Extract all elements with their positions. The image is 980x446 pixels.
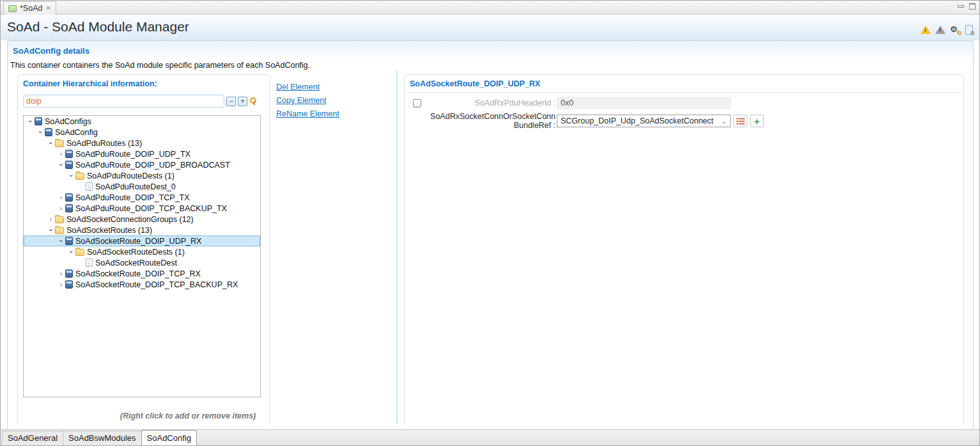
- pdu-header-id-checkbox[interactable]: [413, 99, 421, 108]
- generate-document-icon[interactable]: ⚙: [965, 25, 973, 35]
- folder-icon: [75, 173, 84, 180]
- twisty-expanded-icon[interactable]: ›: [67, 171, 75, 180]
- filter-row: − + ⟳: [23, 95, 265, 108]
- tree-item-label: SoAdConfig: [55, 128, 98, 137]
- tree-item[interactable]: ›SoAdSocketRoute_DOIP_TCP_RX: [24, 268, 260, 279]
- tree-item-label: SoAdSocketRoute_DOIP_TCP_RX: [75, 269, 201, 278]
- twisty-expanded-icon[interactable]: ›: [57, 237, 65, 245]
- editor-tab-bar: *SoAd ✕: [1, 1, 980, 15]
- tree-item[interactable]: ›SoAdPduRoute_DOIP_UDP_TX: [24, 148, 260, 159]
- warning-gray-icon[interactable]: [935, 26, 945, 34]
- refresh-icon[interactable]: ⟳: [248, 97, 259, 106]
- module-icon: [65, 193, 73, 202]
- details-fields: SoAdRxPduHeaderId : 0x0 SoAdRxSocketConn…: [405, 93, 963, 130]
- doc-icon: [86, 259, 93, 267]
- tree-item[interactable]: ›SoAdSocketRoute_DOIP_UDP_RX: [24, 235, 260, 246]
- minimize-icon[interactable]: [958, 5, 964, 8]
- twisty-expanded-icon[interactable]: ›: [47, 226, 55, 234]
- editor-tab-soad[interactable]: *SoAd ✕: [3, 1, 56, 15]
- title-toolbar: ⚙ ↻ ⚙: [921, 24, 973, 35]
- tree-item-label: SoAdSocketRoute_DOIP_TCP_BACKUP_RX: [75, 280, 238, 289]
- twisty-expanded-icon[interactable]: ›: [47, 139, 55, 147]
- tree-item-label: SoAdPduRouteDests (1): [87, 171, 175, 180]
- section-title: SoAdConfig details: [13, 46, 89, 56]
- folder-icon: [55, 216, 64, 223]
- tab-soadgeneral[interactable]: SoAdGeneral: [2, 431, 63, 445]
- twisty-collapsed-icon[interactable]: ›: [47, 215, 55, 223]
- mini-gear-glyph: ⚙: [970, 30, 975, 36]
- tree-item[interactable]: ›SoAdSocketConnectionGroups (12): [24, 214, 260, 225]
- twisty-collapsed-icon[interactable]: ›: [57, 193, 65, 202]
- expand-all-icon[interactable]: +: [238, 97, 247, 106]
- module-icon: [65, 161, 73, 169]
- hierarchy-group-title: Container Hierarchical information:: [18, 75, 269, 91]
- application-window: { "window": { "tab_label": "*SoAd", "tit…: [0, 0, 980, 446]
- plus-icon: +: [754, 116, 760, 126]
- field-row-conn-ref: SoAdRxSocketConnOrSocketConnBundleRef : …: [405, 112, 963, 130]
- tree-item[interactable]: ›SoAdPduRoutes (13): [24, 138, 260, 148]
- tree-item[interactable]: ›SoAdSocketRoute_DOIP_TCP_BACKUP_RX: [24, 279, 260, 290]
- tree-item[interactable]: ›SoAdPduRoute_DOIP_UDP_BROADCAST: [24, 159, 260, 170]
- tree-item-label: SoAdSocketRouteDests (1): [87, 248, 185, 257]
- tab-soadconfig[interactable]: SoAdConfig: [141, 430, 197, 445]
- tree-item[interactable]: ›SoAdPduRouteDests (1): [24, 170, 260, 181]
- module-icon: [65, 204, 73, 212]
- choose-reference-button[interactable]: [733, 115, 747, 127]
- tree-item-label: SoAdPduRoute_DOIP_UDP_TX: [75, 150, 191, 159]
- tree-item[interactable]: ›SoAdSocketRoutes (13): [24, 225, 260, 235]
- twisty-collapsed-icon[interactable]: ›: [57, 269, 65, 278]
- collapse-all-icon[interactable]: −: [226, 97, 236, 106]
- twisty-collapsed-icon[interactable]: ›: [57, 150, 65, 158]
- add-reference-button[interactable]: +: [750, 115, 764, 127]
- tree-item-label: SoAdSocketRoutes (13): [66, 226, 152, 235]
- form-area: SoAdConfig details This container contai…: [7, 40, 974, 431]
- rename-element-link[interactable]: ReName Element: [276, 109, 339, 118]
- details-title: SoAdSocketRoute_DOIP_UDP_RX: [405, 75, 963, 93]
- twisty-expanded-icon[interactable]: ›: [26, 117, 35, 125]
- editor-file-icon: [8, 5, 17, 12]
- tree-item[interactable]: ›SoAdSocketRouteDests (1): [24, 246, 260, 257]
- module-icon: [65, 237, 73, 245]
- section-description: This container containers the SoAd modul…: [8, 58, 973, 70]
- twisty-collapsed-icon[interactable]: ›: [57, 280, 65, 289]
- hierarchy-group: Container Hierarchical information: − + …: [17, 74, 270, 425]
- tree-item[interactable]: ›SoAdPduRoute_DOIP_TCP_BACKUP_TX: [24, 203, 260, 214]
- tree-item-label: SoAdPduRoute_DOIP_TCP_BACKUP_TX: [75, 204, 227, 213]
- warning-yellow-icon[interactable]: [921, 26, 931, 34]
- tree-item-label: SoAdConfigs: [45, 117, 91, 126]
- module-icon: [65, 280, 73, 289]
- conn-ref-value: SCGroup_DoIP_Udp_SoAdSocketConnect: [561, 116, 713, 125]
- conn-ref-select[interactable]: SCGroup_DoIP_Udp_SoAdSocketConnect ⌄: [557, 115, 731, 127]
- module-icon: [65, 269, 73, 278]
- tree-item-label: SoAdPduRoutes (13): [66, 139, 142, 148]
- close-icon[interactable]: ✕: [45, 5, 51, 12]
- tree-item[interactable]: ›SoAdConfig: [24, 127, 260, 138]
- folder-icon: [55, 140, 64, 147]
- tree-item-label: SoAdPduRoute_DOIP_TCP_TX: [75, 193, 190, 202]
- tree-item[interactable]: ›SoAdPduRoute_DOIP_TCP_TX: [24, 192, 260, 203]
- conn-ref-buttons: +: [733, 115, 963, 127]
- sync-arrows-glyph: ↻: [957, 29, 962, 36]
- twisty-expanded-icon[interactable]: ›: [57, 161, 65, 169]
- twisty-collapsed-icon[interactable]: ›: [57, 204, 65, 212]
- tree-item-label: SoAdSocketRoute_DOIP_UDP_RX: [75, 237, 201, 246]
- filter-input[interactable]: [23, 95, 224, 108]
- tree-item[interactable]: ›SoAdConfigs: [24, 116, 260, 127]
- module-title-bar: SoAd - SoAd Module Manager ⚙ ↻ ⚙: [1, 15, 980, 40]
- validate-gear-icon[interactable]: ⚙ ↻: [950, 24, 961, 35]
- tab-soadbswmodules[interactable]: SoAdBswModules: [63, 431, 142, 445]
- del-element-link[interactable]: Del Element: [276, 83, 339, 92]
- conn-ref-label: SoAdRxSocketConnOrSocketConnBundleRef :: [428, 112, 556, 130]
- maximize-icon[interactable]: [969, 3, 976, 10]
- copy-element-link[interactable]: Copy Element: [276, 96, 339, 105]
- tree-item[interactable]: SoAdPduRouteDest_0: [24, 181, 260, 192]
- module-icon: [45, 128, 52, 136]
- tree-item-label: SoAdPduRouteDest_0: [95, 182, 176, 191]
- twisty-expanded-icon[interactable]: ›: [36, 128, 45, 136]
- module-icon: [65, 150, 73, 158]
- folder-icon: [75, 249, 84, 256]
- editor-tab-label: *SoAd: [20, 4, 42, 13]
- details-group: SoAdSocketRoute_DOIP_UDP_RX SoAdRxPduHea…: [404, 74, 964, 425]
- twisty-expanded-icon[interactable]: ›: [67, 248, 75, 256]
- tree-item[interactable]: SoAdSocketRouteDest: [24, 257, 260, 268]
